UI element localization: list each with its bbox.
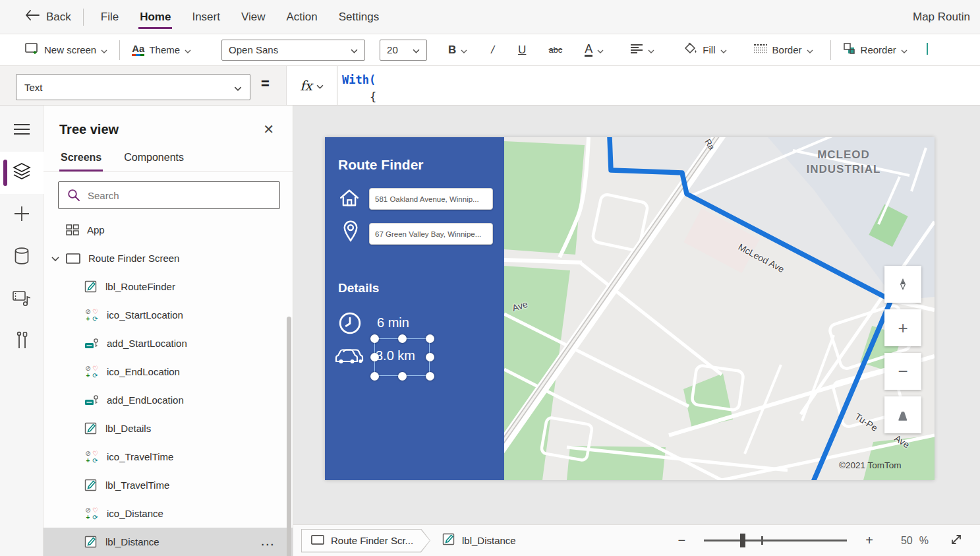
tree-item-label: ico_StartLocation (107, 309, 183, 321)
tree-view-icon (13, 162, 31, 183)
icon-control-icon: ⊘♡+⟳ (84, 308, 99, 323)
tree-item-label: lbl_TravelTime (105, 479, 169, 491)
item-options-button[interactable]: ... (261, 536, 275, 547)
font-size-select[interactable]: 20 (380, 40, 427, 61)
tree-item-app[interactable]: App (43, 216, 293, 244)
canvas-area: Route Finder 581 Oakland Avenue, Winnip.… (293, 106, 980, 556)
media-nav-button[interactable] (0, 278, 43, 321)
breadcrumb-screen[interactable]: Route Finder Scr... (301, 529, 430, 553)
label-control-icon (84, 536, 98, 549)
zoom-in-button[interactable]: + (856, 533, 882, 548)
insert-nav-button[interactable] (0, 194, 43, 236)
chevron-down-icon[interactable] (51, 253, 59, 264)
formula-input[interactable]: With( { (338, 66, 980, 105)
search-input[interactable] (58, 181, 280, 209)
zoom-slider[interactable] (704, 540, 847, 541)
chevron-down-icon (413, 44, 420, 55)
zoom-slider-handle[interactable] (740, 534, 745, 547)
area-label-line1: MCLEOD (788, 148, 900, 162)
label-control-icon (442, 533, 455, 548)
border-button[interactable]: Border (747, 34, 820, 66)
collapse-menu-button[interactable] (0, 109, 43, 152)
bold-button[interactable]: B (442, 34, 474, 66)
menu-file[interactable]: File (90, 0, 129, 34)
toolbar-separator (830, 40, 831, 60)
border-icon (753, 44, 768, 56)
selection-handle-w[interactable] (370, 353, 379, 361)
selection-handle-se[interactable] (426, 372, 434, 381)
tree-scrollbar[interactable] (287, 317, 291, 556)
hamburger-icon (13, 123, 30, 138)
selection-handle-nw[interactable] (370, 334, 379, 343)
new-screen-button[interactable]: New screen (18, 34, 114, 66)
map-compass-button[interactable] (884, 266, 921, 303)
tree-item-ico-distance[interactable]: ⊘♡+⟳ ico_Distance (43, 499, 293, 528)
icon-control-icon: ⊘♡+⟳ (84, 365, 99, 379)
tree-item-lbl-routefinder[interactable]: lbl_RouteFinder (43, 272, 293, 301)
selection-handle-s[interactable] (398, 372, 407, 381)
tree-item-label: add_EndLocation (107, 394, 184, 406)
map-zoom-out-button[interactable]: − (884, 353, 921, 390)
theme-button[interactable]: Aa Theme (125, 34, 198, 66)
back-button[interactable]: Back (0, 10, 83, 24)
align-icon (630, 44, 643, 56)
tree-item-ico-traveltime[interactable]: ⊘♡+⟳ ico_TravelTime (43, 443, 293, 471)
map-tilt-button[interactable] (884, 396, 921, 433)
clock-icon (338, 311, 362, 338)
tree-tabs: Screens Components (43, 144, 293, 172)
zoom-out-button[interactable]: − (669, 533, 695, 548)
fill-button[interactable]: Fill (677, 34, 733, 66)
advanced-tools-nav-button[interactable] (0, 321, 43, 363)
selection-handle-e[interactable] (426, 353, 434, 361)
strikethrough-button[interactable]: abc (542, 34, 569, 66)
formula-bar: Text = fx With( { (0, 66, 980, 106)
chevron-down-icon (101, 44, 107, 55)
italic-button[interactable]: / (484, 34, 501, 66)
menu-home[interactable]: Home (129, 0, 181, 34)
map-zoom-in-button[interactable]: + (884, 309, 921, 346)
travel-time-label[interactable]: 6 min (377, 315, 409, 330)
data-nav-button[interactable] (0, 236, 43, 278)
search-icon (67, 189, 80, 204)
tree-item-add-endlocation[interactable]: add_EndLocation (43, 386, 293, 414)
tree-item-add-startlocation[interactable]: add_StartLocation (43, 329, 293, 357)
tree-item-lbl-traveltime[interactable]: lbl_TravelTime (43, 471, 293, 499)
font-family-select[interactable]: Open Sans (221, 40, 365, 61)
selection-handle-sw[interactable] (370, 372, 379, 381)
icon-control-icon: ⊘♡+⟳ (84, 507, 99, 521)
breadcrumb-control[interactable]: lbl_Distance (442, 533, 516, 548)
app-title: Map Routin (913, 11, 980, 24)
tree-item-lbl-distance[interactable]: lbl_Distance ... (43, 528, 293, 556)
fx-button[interactable]: fx (286, 66, 337, 105)
reorder-button[interactable]: Reorder (836, 34, 914, 66)
tree-item-ico-endlocation[interactable]: ⊘♡+⟳ ico_EndLocation (43, 357, 293, 386)
menu-insert[interactable]: Insert (181, 0, 231, 34)
chevron-down-icon (185, 44, 191, 55)
property-select[interactable]: Text (16, 74, 250, 100)
menu-settings[interactable]: Settings (328, 0, 389, 34)
tab-screens[interactable]: Screens (59, 148, 103, 171)
menu-action[interactable]: Action (276, 0, 328, 34)
start-address-input[interactable]: 581 Oakland Avenue, Winnip... (369, 188, 493, 210)
tab-components[interactable]: Components (123, 148, 185, 171)
tree-item-lbl-details[interactable]: lbl_Details (43, 414, 293, 443)
underline-button[interactable]: U (511, 34, 533, 66)
tree-view-nav-button[interactable] (0, 152, 43, 194)
tree-view-title: Tree view (59, 122, 119, 137)
menu-view[interactable]: View (231, 0, 276, 34)
font-color-button[interactable]: A (578, 34, 610, 66)
app-canvas[interactable]: Route Finder 581 Oakland Avenue, Winnip.… (325, 137, 935, 480)
chevron-down-icon (461, 44, 467, 55)
tree-item-ico-startlocation[interactable]: ⊘♡+⟳ ico_StartLocation (43, 301, 293, 329)
close-icon[interactable]: ✕ (259, 120, 278, 139)
align-button[interactable] (623, 34, 661, 66)
fit-to-window-button[interactable] (950, 533, 963, 549)
tree-item-route-finder-screen[interactable]: Route Finder Screen (43, 244, 293, 272)
equals-sign: = (261, 75, 270, 92)
map-control[interactable]: MCLEOD INDUSTRIAL McLeod Ave Ra Ave Tu-P… (504, 137, 935, 480)
align-objects-button-partial[interactable] (919, 34, 929, 66)
selection-handle-ne[interactable] (426, 334, 434, 343)
start-address-value: 581 Oakland Avenue, Winnip... (375, 195, 479, 203)
selection-handle-n[interactable] (398, 334, 407, 343)
end-address-input[interactable]: 67 Green Valley Bay, Winnipe... (369, 223, 493, 245)
